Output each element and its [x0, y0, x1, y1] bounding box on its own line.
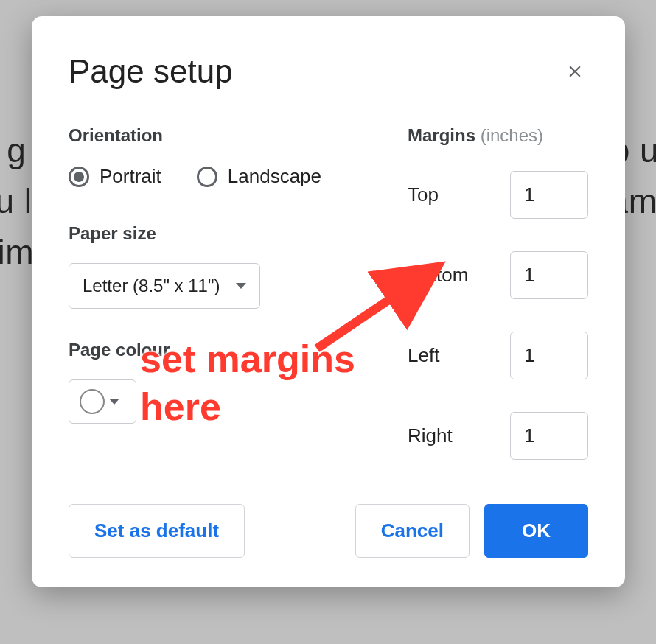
dialog-header: Page setup: [69, 53, 588, 90]
margin-bottom-input[interactable]: 1: [510, 251, 588, 299]
margin-right-label: Right: [408, 424, 453, 447]
paper-size-label: Paper size: [69, 223, 363, 244]
portrait-label: Portrait: [100, 165, 161, 188]
margin-top-label: Top: [408, 183, 439, 206]
margin-bottom-label: Bottom: [408, 264, 468, 287]
margin-left-label: Left: [408, 344, 439, 367]
colour-swatch-icon: [80, 389, 105, 414]
paper-size-select[interactable]: Letter (8.5" x 11"): [69, 263, 260, 309]
dialog-title: Page setup: [69, 53, 233, 90]
margin-left-input[interactable]: 1: [510, 332, 588, 379]
margins-unit: (inches): [481, 125, 543, 145]
orientation-label: Orientation: [69, 125, 363, 146]
landscape-label: Landscape: [228, 165, 321, 188]
page-setup-dialog: Page setup Orientation Portrait Landscap…: [32, 16, 625, 587]
close-button[interactable]: [562, 58, 588, 85]
caret-down-icon: [109, 399, 119, 405]
page-colour-select[interactable]: [69, 379, 136, 424]
margins-label-text: Margins: [408, 125, 475, 145]
paper-size-value: Letter (8.5" x 11"): [83, 276, 220, 296]
ok-button[interactable]: OK: [484, 504, 588, 558]
cancel-button[interactable]: Cancel: [355, 504, 470, 558]
radio-indicator-icon: [69, 167, 89, 187]
margin-top-input[interactable]: 1: [510, 171, 588, 219]
orientation-landscape-radio[interactable]: Landscape: [197, 165, 321, 188]
caret-down-icon: [236, 283, 246, 289]
orientation-portrait-radio[interactable]: Portrait: [69, 165, 161, 188]
margin-right-input[interactable]: 1: [510, 412, 588, 460]
close-icon: [565, 62, 585, 81]
page-colour-label: Page colour: [69, 340, 363, 360]
margins-label: Margins (inches): [408, 125, 588, 146]
radio-indicator-icon: [197, 167, 217, 187]
set-as-default-button[interactable]: Set as default: [69, 504, 245, 558]
